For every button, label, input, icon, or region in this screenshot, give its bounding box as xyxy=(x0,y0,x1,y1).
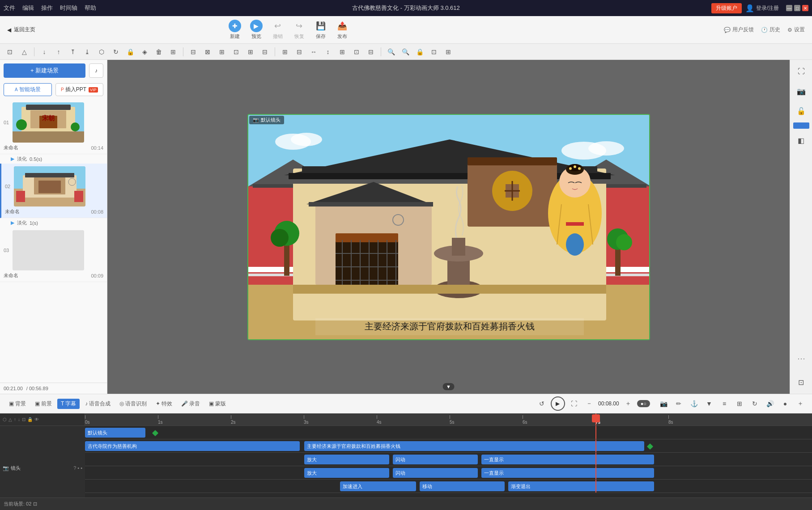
music-button[interactable]: ♪ xyxy=(89,63,103,78)
vol-ctrl[interactable]: 🔊 xyxy=(764,397,776,410)
preview-button[interactable]: ▶ 预览 xyxy=(250,20,263,40)
lock-btn[interactable]: 🔒 xyxy=(413,46,426,58)
settings-button[interactable]: ⚙ 设置 xyxy=(787,26,805,34)
save-button[interactable]: 💾 保存 xyxy=(315,20,327,40)
tab-foreground[interactable]: ▣ 前景 xyxy=(31,399,55,409)
ai-scene-button[interactable]: A 智能场景 xyxy=(4,83,52,96)
zoom-in[interactable]: 🔍 xyxy=(385,46,397,58)
fullscreen-player-btn[interactable]: ⛶ xyxy=(568,397,580,410)
layer-right-btn[interactable]: ◧ xyxy=(793,132,809,148)
camera-ctrl[interactable]: 📷 xyxy=(657,397,670,410)
transition-row-2[interactable]: ▶ 淡化 1(s) xyxy=(0,218,107,228)
menu-edit[interactable]: 编辑 xyxy=(22,4,34,12)
fullscreen-toggle[interactable]: ⛶ xyxy=(793,63,809,80)
minimize-button[interactable]: — xyxy=(786,5,792,11)
screenshot-btn[interactable]: ⊡ xyxy=(793,374,809,390)
tab-asr[interactable]: ◎ 语音识别 xyxy=(116,399,150,409)
align-top[interactable]: ⤒ xyxy=(67,46,79,58)
rotate-tool[interactable]: ↻ xyxy=(110,46,122,58)
scene-item-3[interactable]: 03 未命名 00:09 xyxy=(0,228,107,282)
add-ctrl[interactable]: ＋ xyxy=(794,397,807,410)
reset-btn[interactable]: ↺ xyxy=(536,397,548,410)
copy-tool[interactable]: ⊞ xyxy=(167,46,179,58)
align-bottom-v[interactable]: ⊟ xyxy=(259,46,271,58)
distribute-v[interactable]: ⊟ xyxy=(293,46,306,58)
zoom-out[interactable]: 🔍 xyxy=(399,46,412,58)
undo-button[interactable]: ↩ 撤销 xyxy=(272,20,284,40)
menu-timeline[interactable]: 时间轴 xyxy=(60,4,77,12)
frame-tool[interactable]: ⊡ xyxy=(350,46,363,58)
padding-tool[interactable]: ⊟ xyxy=(365,46,377,58)
history-button[interactable]: 🕐 历史 xyxy=(761,26,780,34)
menu-file[interactable]: 文件 xyxy=(4,4,15,12)
tab-subtitle[interactable]: T 字幕 xyxy=(57,399,80,409)
snapshot-btn[interactable]: 📷 xyxy=(793,83,809,99)
loop-ctrl[interactable]: ↻ xyxy=(748,397,761,410)
align-down[interactable]: ↓ xyxy=(38,46,51,58)
clip-sl-show[interactable]: 一直显示 xyxy=(481,455,654,464)
edit-ctrl[interactable]: ✏ xyxy=(672,397,685,410)
clip-sl-expand[interactable]: 放大 xyxy=(304,455,389,464)
align-right[interactable]: ⊞ xyxy=(216,46,228,58)
mute-ctrl[interactable]: ● xyxy=(779,397,791,410)
login-button[interactable]: 👤 登录/注册 xyxy=(745,4,779,13)
tab-tts[interactable]: ♪ 语音合成 xyxy=(81,399,114,409)
menu-operate[interactable]: 操作 xyxy=(41,4,53,12)
expand-tool[interactable]: ⬡ xyxy=(95,46,108,58)
zoom-minus-btn[interactable]: － xyxy=(583,397,595,410)
upgrade-button[interactable]: 升级账户 xyxy=(711,3,742,13)
lock-tool[interactable]: 🔒 xyxy=(124,46,136,58)
delete-tool[interactable]: 🗑 xyxy=(153,46,165,58)
clip-camera-default[interactable]: 默认镜头 xyxy=(85,428,145,438)
feedback-button[interactable]: 💬 用户反馈 xyxy=(724,26,754,34)
tab-record[interactable]: 🎤 录音 xyxy=(178,399,204,409)
copy-frame[interactable]: ⊡ xyxy=(428,46,440,58)
lock-right-btn[interactable]: 🔓 xyxy=(793,103,809,119)
clip-subtitle-2[interactable]: 主要经济来源于官府拨款和百姓募捐香火钱 xyxy=(304,441,644,451)
align-top-v[interactable]: ⊡ xyxy=(230,46,242,58)
back-home-button[interactable]: ◀ 返回主页 xyxy=(7,26,35,34)
more-options-btn[interactable]: ⋯ xyxy=(797,354,805,363)
clip-bag-enter[interactable]: 加速进入 xyxy=(340,481,416,491)
maximize-button[interactable]: □ xyxy=(794,5,800,11)
play-pause-button[interactable]: ▶ xyxy=(551,396,565,411)
insert-ppt-button[interactable]: P 插入PPT VIP xyxy=(55,83,104,96)
new-button[interactable]: ✚ 新建 xyxy=(229,20,241,40)
sort-ctrl[interactable]: ≡ xyxy=(718,397,731,410)
camera-dot1[interactable]: • xyxy=(77,465,79,471)
current-scene-icon[interactable]: ⊡ xyxy=(33,501,37,507)
publish-button[interactable]: 📤 发布 xyxy=(336,20,349,40)
align-center-v[interactable]: ⊞ xyxy=(244,46,257,58)
tab-background[interactable]: ▣ 背景 xyxy=(5,399,30,409)
speed-toggle[interactable]: ●○ xyxy=(637,400,650,407)
zoom-plus-btn[interactable]: ＋ xyxy=(622,397,634,410)
align-up[interactable]: ↑ xyxy=(52,46,65,58)
grid-ctrl[interactable]: ⊞ xyxy=(733,397,746,410)
home-tool[interactable]: △ xyxy=(18,46,30,58)
anchor-ctrl[interactable]: ⚓ xyxy=(688,397,700,410)
playhead[interactable] xyxy=(595,413,596,426)
clip-sr-expand[interactable]: 放大 xyxy=(304,468,389,478)
grid-tool[interactable]: ⊞ xyxy=(336,46,349,58)
clip-bag-exit[interactable]: 渐变退出 xyxy=(508,481,654,491)
align-bottom-tool[interactable]: ⤓ xyxy=(81,46,94,58)
align-left[interactable]: ⊟ xyxy=(187,46,200,58)
close-button[interactable]: ✕ xyxy=(802,5,808,11)
scene-item-2[interactable]: 02 xyxy=(0,164,107,218)
paste-frame[interactable]: ⊞ xyxy=(442,46,455,58)
canvas-frame[interactable]: 主要经济来源于官府拨款和百姓募捐香火钱 xyxy=(247,114,650,340)
clip-sr-show[interactable]: 一直显示 xyxy=(481,468,654,478)
scene-item-1[interactable]: 01 宋朝 xyxy=(0,100,107,154)
select-tool[interactable]: ⊡ xyxy=(4,46,16,58)
flip-h[interactable]: ↔ xyxy=(307,46,320,58)
clip-bag-move[interactable]: 移动 xyxy=(420,481,505,491)
camera-help-icon[interactable]: ? xyxy=(73,465,76,471)
transition-row-1[interactable]: ▶ 淡化 0.5(s) xyxy=(0,154,107,164)
fill-tool[interactable]: ◈ xyxy=(138,46,151,58)
align-center-h[interactable]: ⊠ xyxy=(201,46,214,58)
menu-help[interactable]: 帮助 xyxy=(85,4,96,12)
distribute-h[interactable]: ⊞ xyxy=(279,46,291,58)
flip-v[interactable]: ↕ xyxy=(322,46,334,58)
camera-dot2[interactable]: • xyxy=(81,465,82,471)
redo-button[interactable]: ↪ 恢复 xyxy=(293,20,306,40)
